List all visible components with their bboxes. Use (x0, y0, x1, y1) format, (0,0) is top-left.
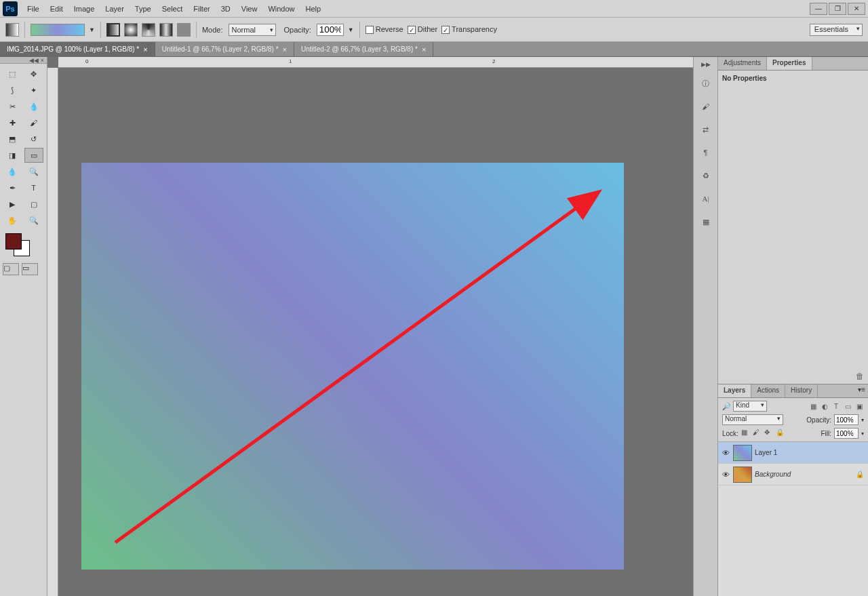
gradient-tool-icon[interactable] (5, 23, 19, 37)
blend-mode-select[interactable]: Normal (229, 24, 276, 36)
recycle-icon[interactable]: ♻ (698, 168, 713, 183)
foreground-color-swatch[interactable] (5, 233, 22, 250)
type-tool[interactable]: T (24, 180, 43, 195)
layer-visibility-icon[interactable]: 👁 (721, 449, 730, 457)
layer-filter-select[interactable]: Kind (733, 401, 767, 412)
gradient-picker[interactable] (31, 24, 85, 36)
eyedropper-tool[interactable]: 💧 (24, 99, 43, 114)
opacity-input[interactable] (317, 24, 344, 36)
paragraph-icon[interactable]: ¶ (698, 145, 713, 160)
move-tool[interactable]: ✥ (24, 66, 43, 81)
close-button[interactable]: ✕ (848, 3, 865, 15)
filter-adjust-icon[interactable]: ◐ (820, 401, 829, 411)
layer-visibility-icon[interactable]: 👁 (721, 471, 730, 479)
layer-fill-input[interactable] (834, 428, 859, 439)
layer-thumbnail[interactable] (733, 466, 752, 483)
layer-name[interactable]: Layer 1 (755, 449, 865, 456)
fill-arrow-icon[interactable]: ▾ (861, 431, 864, 437)
history-tab[interactable]: History (785, 384, 818, 397)
dither-checkbox-label[interactable]: Dither (408, 25, 437, 34)
doc-tab-2[interactable]: Untitled-1 @ 66,7% (Layer 2, RGB/8) *× (155, 42, 294, 56)
magic-wand-tool[interactable]: ✦ (24, 83, 43, 98)
tab-close-icon[interactable]: × (422, 45, 426, 54)
linear-gradient-button[interactable] (106, 23, 120, 37)
layer-row[interactable]: 👁 Layer 1 (718, 442, 868, 464)
clone-source-icon[interactable]: ⇄ (698, 122, 713, 137)
menu-window[interactable]: Window (262, 2, 300, 16)
filter-type-icon[interactable]: T (831, 401, 841, 411)
panel-menu-icon[interactable]: ▾≡ (855, 384, 868, 397)
trash-icon[interactable]: 🗑 (856, 372, 864, 381)
reverse-checkbox-label[interactable]: Reverse (366, 25, 403, 34)
dither-checkbox[interactable] (408, 26, 416, 34)
doc-tab-1[interactable]: IMG_2014.JPG @ 100% (Layer 1, RGB/8) *× (0, 42, 155, 56)
layers-tab[interactable]: Layers (718, 384, 751, 397)
blur-tool[interactable]: 💧 (3, 164, 22, 179)
actions-tab[interactable]: Actions (751, 384, 785, 397)
eraser-tool[interactable]: ◨ (3, 148, 22, 163)
adjustments-tab[interactable]: Adjustments (718, 57, 767, 70)
canvas[interactable] (81, 163, 624, 570)
lasso-tool[interactable]: ⟆ (3, 83, 22, 98)
menu-edit[interactable]: Edit (45, 2, 68, 16)
brush-presets-icon[interactable]: 🖌 (698, 99, 713, 114)
menu-file[interactable]: File (22, 2, 45, 16)
gradient-picker-arrow[interactable]: ▼ (89, 26, 95, 33)
dock-expand-icon[interactable]: ▶▶ (701, 61, 711, 68)
doc-tab-3[interactable]: Untitled-2 @ 66,7% (Layer 3, RGB/8) *× (294, 42, 433, 56)
menu-help[interactable]: Help (300, 2, 327, 16)
marquee-tool[interactable]: ⬚ (3, 66, 22, 81)
lock-transparency-icon[interactable]: ▦ (741, 429, 751, 438)
reflected-gradient-button[interactable] (159, 23, 173, 37)
tab-close-icon[interactable]: × (283, 45, 287, 54)
lock-paint-icon[interactable]: 🖌 (753, 429, 762, 438)
transparency-checkbox-label[interactable]: Transparency (441, 25, 497, 34)
styles-icon[interactable]: ▦ (698, 214, 713, 229)
stamp-tool[interactable]: ⬒ (3, 132, 22, 146)
character-icon[interactable]: A| (698, 191, 713, 206)
layer-name[interactable]: Background (755, 471, 853, 478)
transparency-checkbox[interactable] (441, 26, 450, 34)
lock-position-icon[interactable]: ✥ (764, 429, 774, 438)
reverse-checkbox[interactable] (366, 26, 374, 34)
path-select-tool[interactable]: ▶ (3, 197, 22, 212)
layer-blend-select[interactable]: Normal (722, 414, 783, 425)
layer-opacity-input[interactable] (834, 414, 859, 425)
minimize-button[interactable]: — (810, 3, 827, 15)
toolbox-collapse[interactable]: ◀◀ × (0, 57, 47, 64)
menu-filter[interactable]: Filter (188, 2, 215, 16)
history-brush-tool[interactable]: ↺ (24, 132, 43, 146)
hand-tool[interactable]: ✋ (3, 213, 22, 228)
menu-3d[interactable]: 3D (216, 2, 236, 16)
radial-gradient-button[interactable] (124, 23, 138, 37)
quick-mask-button[interactable]: ▢ (3, 263, 19, 275)
layer-lock-icon[interactable]: 🔒 (856, 471, 865, 478)
diamond-gradient-button[interactable] (177, 23, 191, 37)
gradient-tool[interactable]: ▭ (24, 148, 43, 163)
layer-row[interactable]: 👁 Background 🔒 (718, 464, 868, 485)
info-panel-icon[interactable]: ⓘ (698, 76, 713, 91)
screen-mode-button[interactable]: ▭ (22, 263, 38, 275)
menu-layer[interactable]: Layer (100, 2, 130, 16)
shape-tool[interactable]: ▢ (24, 197, 43, 212)
opacity-arrow-icon[interactable]: ▾ (861, 417, 864, 423)
menu-select[interactable]: Select (157, 2, 189, 16)
menu-image[interactable]: Image (68, 2, 100, 16)
opacity-dropdown-arrow[interactable]: ▼ (348, 26, 354, 33)
spot-heal-tool[interactable]: ✚ (3, 115, 22, 130)
filter-shape-icon[interactable]: ▭ (843, 401, 852, 411)
workspace-select[interactable]: Essentials (810, 24, 863, 36)
lock-all-icon[interactable]: 🔒 (776, 429, 785, 438)
properties-tab[interactable]: Properties (767, 57, 812, 70)
brush-tool[interactable]: 🖌 (24, 115, 43, 130)
menu-view[interactable]: View (236, 2, 263, 16)
angle-gradient-button[interactable] (142, 23, 155, 37)
filter-smart-icon[interactable]: ▣ (854, 401, 864, 411)
canvas-viewport[interactable] (58, 68, 693, 596)
pen-tool[interactable]: ✒ (3, 180, 22, 195)
zoom-tool[interactable]: 🔍 (24, 213, 43, 228)
layer-thumbnail[interactable] (733, 445, 752, 461)
menu-type[interactable]: Type (130, 2, 157, 16)
filter-pixel-icon[interactable]: ▦ (808, 401, 818, 411)
dodge-tool[interactable]: 🔍 (24, 164, 43, 179)
